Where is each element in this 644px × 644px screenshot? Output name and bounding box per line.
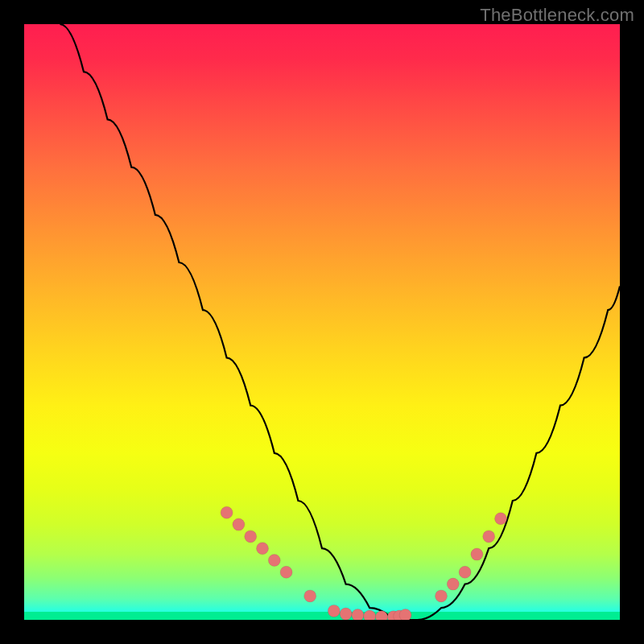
marker-dot [328,605,340,617]
marker-dot [245,530,257,543]
marker-dot [436,590,448,602]
bottleneck-curve [60,24,620,620]
marker-dot [459,566,471,578]
marker-dot [221,506,233,518]
plot-area [24,24,620,620]
marker-dot [268,555,280,567]
marker-dot [495,513,507,525]
marker-dot [233,518,245,530]
marker-dot [447,578,459,590]
marker-dot [304,590,316,602]
marker-dot [399,609,411,620]
marker-dot [364,610,376,620]
marker-dots [221,506,506,620]
marker-dot [340,608,352,620]
marker-dot [257,543,269,555]
marker-dot [280,566,292,578]
watermark-text: TheBottleneck.com [480,5,634,26]
marker-dot [352,609,364,620]
marker-dot [471,548,483,560]
chart-svg [24,24,620,620]
marker-dot [376,611,388,620]
marker-dot [483,530,495,543]
